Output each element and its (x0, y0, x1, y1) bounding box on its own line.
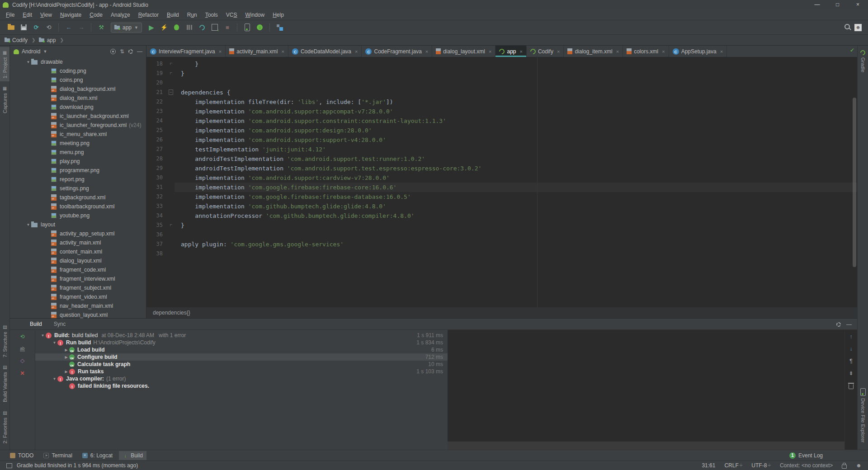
code-line[interactable]: 21 dependencies { (146, 88, 857, 97)
lock-icon[interactable] (842, 465, 847, 469)
profile-app-icon[interactable] (197, 23, 207, 32)
editor-tab[interactable]: InterviewFragment.java (146, 46, 226, 57)
line-number[interactable]: 23 (146, 107, 167, 116)
attach-debugger-icon[interactable] (210, 23, 220, 32)
window-icon[interactable] (6, 463, 12, 468)
line-number[interactable]: 18 (146, 59, 167, 69)
editor-breadcrumb[interactable]: dependencies{} (146, 307, 857, 318)
code-line[interactable]: 37 apply plugin: 'com.google.gms.google-… (146, 240, 857, 249)
line-number[interactable]: 38 (146, 249, 167, 258)
context-widget[interactable]: Context: <no context> (780, 462, 833, 469)
build-hammer-icon[interactable]: ⚒ (96, 23, 106, 32)
fold-marker-icon[interactable] (167, 107, 175, 116)
restart-build-icon[interactable]: ⟲ (20, 334, 24, 340)
fold-marker-icon[interactable] (167, 173, 175, 183)
fold-marker-icon[interactable] (167, 183, 175, 192)
run-icon[interactable]: ▶ (146, 23, 156, 32)
menu-item[interactable]: View (36, 12, 56, 18)
editor-tab[interactable]: colors.xml (623, 46, 669, 57)
project-tree-item[interactable]: coins.png (10, 75, 146, 85)
close-button[interactable]: × (848, 0, 868, 9)
fold-marker-icon[interactable] (167, 88, 175, 97)
code-line[interactable]: 22 implementation fileTree(dir: 'libs', … (146, 97, 857, 107)
fold-marker-icon[interactable] (167, 59, 175, 69)
tree-chevron-icon[interactable] (25, 223, 31, 227)
menu-item[interactable]: Window (241, 12, 269, 18)
line-number[interactable]: 28 (146, 154, 167, 164)
tree-chevron-icon[interactable] (52, 377, 57, 381)
build-tree-row[interactable]: Load build 6 ms (35, 346, 448, 353)
line-number[interactable]: 31 (146, 183, 167, 192)
build-tree-row[interactable]: Run build H:\AndroidProjects\Codify 1 s … (35, 339, 448, 346)
line-number[interactable]: 20 (146, 78, 167, 88)
tool-window-button[interactable]: Device File Explorer (858, 385, 868, 446)
sdk-manager-icon[interactable]: ↓ (255, 23, 265, 32)
project-tree-item[interactable]: dialog_background.xml (10, 85, 146, 94)
code-line[interactable]: 23 implementation 'com.android.support:a… (146, 107, 857, 116)
tool-window-button[interactable]: 6: Logcat (79, 451, 116, 460)
project-tree-item[interactable]: dialog_layout.xml (10, 256, 146, 265)
menu-item[interactable]: Help (269, 12, 288, 18)
scroll-to-end-icon[interactable]: ⇟ (849, 370, 853, 376)
sync-gradle-icon[interactable]: ⟳ (31, 23, 41, 32)
soft-wrap-icon[interactable]: ¶ (849, 358, 852, 364)
code-line[interactable]: 18 } (146, 59, 857, 69)
line-number[interactable]: 30 (146, 173, 167, 183)
menu-item[interactable]: Navigate (56, 12, 85, 18)
close-tab-icon[interactable] (282, 49, 284, 54)
menu-item[interactable]: Analyze (107, 12, 134, 18)
close-tab-icon[interactable] (519, 49, 522, 54)
caret-position[interactable]: 31:61 (702, 462, 715, 469)
tool-window-button[interactable]: ▤ 7: Structure (0, 321, 10, 361)
project-tree-item[interactable]: programmer.png (10, 166, 146, 175)
build-panel-tab[interactable]: Sync (54, 321, 66, 327)
project-tree-item[interactable]: meeting.png (10, 139, 146, 148)
fold-marker-icon[interactable] (167, 230, 175, 240)
fold-marker-icon[interactable] (167, 221, 175, 230)
profiler-icon[interactable] (184, 23, 194, 32)
editor-scrollbar[interactable] (853, 98, 856, 267)
code-line[interactable]: 20 (146, 78, 857, 88)
project-tree-item[interactable]: fragment_code.xml (10, 265, 146, 274)
gear-icon[interactable] (128, 49, 133, 54)
line-number[interactable]: 35 (146, 221, 167, 230)
menu-item[interactable]: Run (183, 12, 201, 18)
fold-marker-icon[interactable] (167, 116, 175, 126)
build-tree-row[interactable]: Configure build 712 ms (35, 353, 448, 361)
code-line[interactable]: 29 androidTestImplementation 'com.androi… (146, 164, 857, 173)
tool-window-button[interactable]: Terminal (40, 451, 75, 460)
build-panel-tab[interactable]: Build (30, 321, 42, 327)
code-line[interactable]: 36 (146, 230, 857, 240)
line-number[interactable]: 37 (146, 240, 167, 249)
refresh-icon[interactable]: ⟲ (44, 23, 54, 32)
editor-tab[interactable]: CodeFragment.java (362, 46, 432, 57)
code-line[interactable]: 33 implementation 'com.github.bumptech.g… (146, 202, 857, 211)
inspection-ok-icon[interactable]: ✓ (850, 47, 854, 53)
project-tree-item[interactable]: report.png (10, 175, 146, 184)
project-tree-item[interactable]: dialog_item.xml (10, 94, 146, 103)
line-number[interactable]: 26 (146, 135, 167, 145)
editor-tab[interactable]: app (495, 46, 526, 57)
build-tree-row[interactable]: failed linking file resources. (35, 382, 448, 390)
menu-item[interactable]: File (2, 12, 19, 18)
filter-icon[interactable]: ab (20, 346, 24, 351)
build-error-console[interactable]: Android resource linking failed Output: … (448, 330, 844, 450)
editor-tab[interactable]: dialog_layout.xml (432, 46, 495, 57)
stop-icon[interactable]: ■ (222, 23, 232, 32)
menu-item[interactable]: VCS (222, 12, 241, 18)
forward-icon[interactable]: → (76, 23, 86, 32)
fold-marker-icon[interactable] (167, 78, 175, 88)
minimize-button[interactable]: ― (807, 0, 827, 9)
breadcrumb-item[interactable]: app ❯ (39, 37, 65, 43)
code-line[interactable]: 24 implementation 'com.android.support.c… (146, 116, 857, 126)
line-number[interactable]: 22 (146, 97, 167, 107)
menu-item[interactable]: Refactor (134, 12, 163, 18)
project-tree-item[interactable]: drawable (10, 57, 146, 66)
debug-icon[interactable] (172, 23, 182, 32)
project-tree-item[interactable]: download.png (10, 103, 146, 112)
editor-tab[interactable]: activity_main.xml (226, 46, 288, 57)
code-editor[interactable]: 18 } 19 } 20 21 dependencies { (146, 57, 857, 307)
menu-item[interactable]: Tools (201, 12, 222, 18)
build-tree-row[interactable]: Build: build failed at 08-Dec-18 2:48 AM… (35, 332, 448, 339)
project-tree-item[interactable]: play.png (10, 157, 146, 166)
